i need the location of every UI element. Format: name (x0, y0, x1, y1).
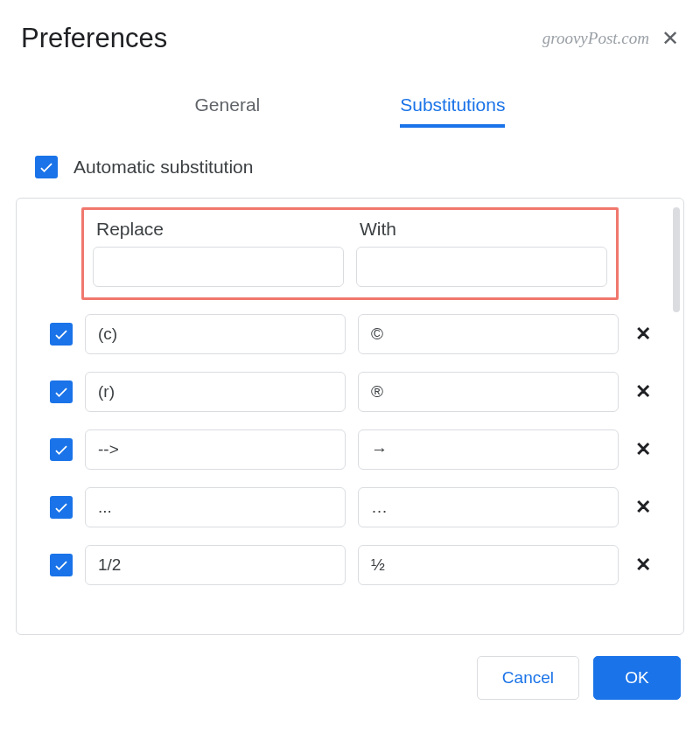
header-row: Replace With (93, 219, 607, 287)
with-column-header: With (356, 219, 607, 287)
tab-substitutions[interactable]: Substitutions (400, 89, 505, 128)
checkmark-icon (52, 325, 70, 343)
scrollbar-thumb[interactable] (673, 207, 680, 312)
header-right: groovyPost.com ✕ (542, 28, 679, 49)
replace-input[interactable] (85, 372, 346, 412)
auto-substitution-label: Automatic substitution (74, 157, 253, 178)
preferences-dialog: Preferences groovyPost.com ✕ General Sub… (0, 0, 700, 740)
tabs: General Substitutions (0, 63, 700, 128)
checkmark-icon (38, 158, 55, 176)
new-with-input[interactable] (356, 247, 607, 287)
close-icon[interactable]: ✕ (662, 28, 679, 49)
checkmark-icon (52, 441, 70, 458)
row-checkbox[interactable] (50, 438, 73, 461)
dialog-header: Preferences groovyPost.com ✕ (0, 7, 700, 63)
table-row: ✕ (29, 487, 671, 527)
with-label: With (356, 219, 607, 240)
table-row: ✕ (29, 545, 671, 585)
substitution-rows: ✕ ✕ ✕ (29, 309, 671, 585)
row-checkbox[interactable] (50, 496, 73, 519)
delete-icon[interactable]: ✕ (631, 380, 655, 403)
table-row: ✕ (29, 429, 671, 470)
with-input[interactable] (358, 545, 619, 585)
checkmark-icon (52, 383, 70, 401)
checkmark-icon (52, 556, 70, 574)
checkmark-icon (52, 499, 70, 516)
row-checkbox[interactable] (50, 380, 73, 403)
new-replace-input[interactable] (93, 247, 344, 287)
with-input[interactable] (358, 314, 619, 354)
with-input[interactable] (358, 429, 619, 470)
watermark-text: groovyPost.com (542, 29, 649, 48)
replace-column-header: Replace (93, 219, 344, 287)
new-entry-highlight: Replace With (81, 207, 619, 300)
replace-input[interactable] (85, 487, 346, 527)
delete-icon[interactable]: ✕ (631, 438, 655, 461)
row-checkbox[interactable] (50, 323, 73, 346)
row-checkbox[interactable] (50, 554, 73, 576)
with-input[interactable] (358, 487, 619, 527)
table-row: ✕ (29, 314, 671, 354)
dialog-footer: Cancel OK (0, 635, 700, 717)
dialog-title: Preferences (21, 23, 167, 54)
cancel-button[interactable]: Cancel (477, 656, 579, 700)
replace-input[interactable] (85, 545, 346, 585)
replace-label: Replace (93, 219, 344, 240)
ok-button[interactable]: OK (593, 656, 681, 700)
substitutions-table: Replace With ✕ (16, 198, 684, 635)
tab-general[interactable]: General (195, 89, 261, 128)
replace-input[interactable] (85, 314, 346, 354)
with-input[interactable] (358, 372, 619, 412)
delete-icon[interactable]: ✕ (631, 554, 655, 576)
replace-input[interactable] (85, 429, 346, 470)
auto-substitution-checkbox[interactable] (35, 156, 58, 178)
table-row: ✕ (29, 372, 671, 412)
delete-icon[interactable]: ✕ (631, 496, 655, 519)
delete-icon[interactable]: ✕ (631, 323, 655, 346)
auto-substitution-row: Automatic substitution (0, 128, 700, 198)
